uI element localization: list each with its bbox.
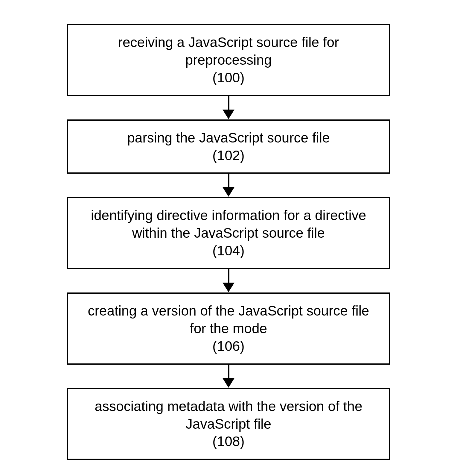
- arrow-down-icon: [223, 96, 234, 119]
- flowchart-step: creating a version of the JavaScript sou…: [67, 292, 390, 365]
- arrow-down-icon: [223, 365, 234, 388]
- arrow-down-icon: [223, 174, 234, 197]
- step-number: (108): [80, 433, 377, 450]
- arrow-down-icon: [223, 269, 234, 292]
- step-text: associating metadata with the version of…: [80, 398, 377, 433]
- step-number: (104): [80, 242, 377, 260]
- step-number: (100): [80, 69, 377, 87]
- flowchart-step: receiving a JavaScript source file for p…: [67, 24, 390, 96]
- flowchart-step: associating metadata with the version of…: [67, 388, 390, 460]
- step-text: creating a version of the JavaScript sou…: [80, 302, 377, 337]
- step-text: identifying directive information for a …: [80, 207, 377, 242]
- step-number: (106): [80, 337, 377, 355]
- step-text: receiving a JavaScript source file for p…: [80, 34, 377, 69]
- flowchart-step: parsing the JavaScript source file (102): [67, 119, 390, 174]
- flowchart-step: identifying directive information for a …: [67, 197, 390, 269]
- step-text: parsing the JavaScript source file: [80, 129, 377, 147]
- step-number: (102): [80, 147, 377, 164]
- flowchart-container: receiving a JavaScript source file for p…: [0, 24, 457, 460]
